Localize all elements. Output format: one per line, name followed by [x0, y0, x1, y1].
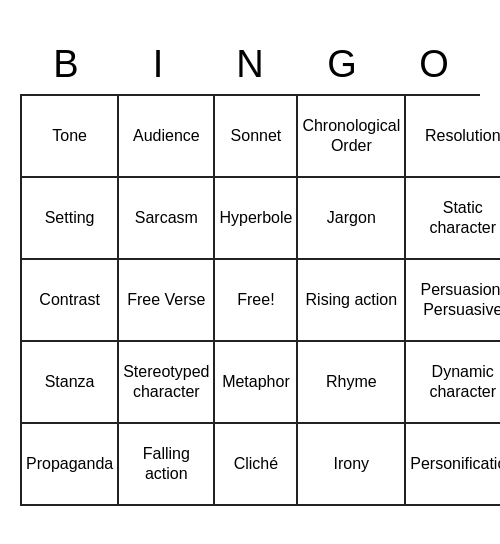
bingo-cell-18[interactable]: Rhyme [298, 342, 406, 424]
bingo-cell-24[interactable]: Personification [406, 424, 500, 506]
bingo-cell-1[interactable]: Audience [119, 96, 215, 178]
bingo-cell-6[interactable]: Sarcasm [119, 178, 215, 260]
bingo-cell-10[interactable]: Contrast [22, 260, 119, 342]
bingo-cell-12[interactable]: Free! [215, 260, 298, 342]
bingo-cell-9[interactable]: Static character [406, 178, 500, 260]
bingo-card: B I N G O ToneAudienceSonnetChronologica… [10, 29, 490, 516]
bingo-cell-23[interactable]: Irony [298, 424, 406, 506]
bingo-grid: ToneAudienceSonnetChronological OrderRes… [20, 94, 480, 506]
bingo-cell-15[interactable]: Stanza [22, 342, 119, 424]
bingo-cell-8[interactable]: Jargon [298, 178, 406, 260]
header-b: B [20, 39, 112, 94]
bingo-cell-17[interactable]: Metaphor [215, 342, 298, 424]
header-g: G [296, 39, 388, 94]
bingo-cell-5[interactable]: Setting [22, 178, 119, 260]
bingo-cell-21[interactable]: Falling action [119, 424, 215, 506]
bingo-cell-0[interactable]: Tone [22, 96, 119, 178]
header-n: N [204, 39, 296, 94]
bingo-header: B I N G O [20, 39, 480, 94]
bingo-cell-7[interactable]: Hyperbole [215, 178, 298, 260]
bingo-cell-14[interactable]: Persuasion; Persuasive [406, 260, 500, 342]
bingo-cell-20[interactable]: Propaganda [22, 424, 119, 506]
bingo-cell-2[interactable]: Sonnet [215, 96, 298, 178]
header-i: I [112, 39, 204, 94]
bingo-cell-16[interactable]: Stereotyped character [119, 342, 215, 424]
header-o: O [388, 39, 480, 94]
bingo-cell-11[interactable]: Free Verse [119, 260, 215, 342]
bingo-cell-22[interactable]: Cliché [215, 424, 298, 506]
bingo-cell-3[interactable]: Chronological Order [298, 96, 406, 178]
bingo-cell-19[interactable]: Dynamic character [406, 342, 500, 424]
bingo-cell-13[interactable]: Rising action [298, 260, 406, 342]
bingo-cell-4[interactable]: Resolution [406, 96, 500, 178]
